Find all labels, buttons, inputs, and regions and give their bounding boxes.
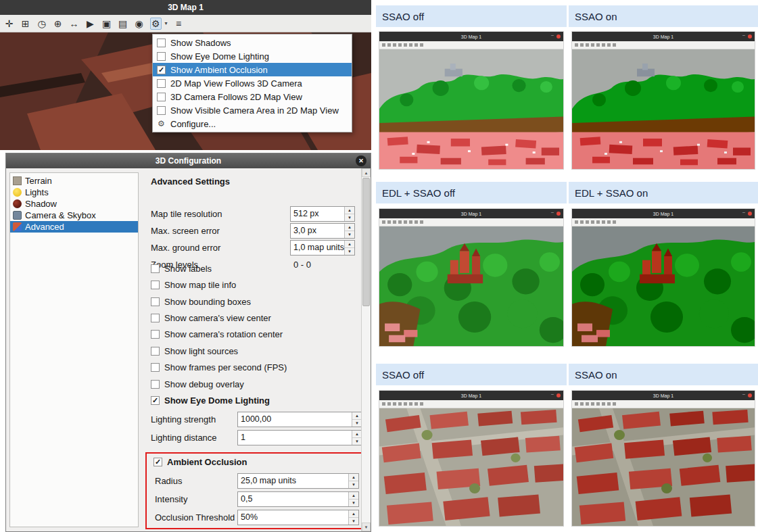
checkbox-checked[interactable] bbox=[153, 458, 162, 466]
menu-item-show-eye-dome-lighting[interactable]: Show Eye Dome Lighting bbox=[153, 49, 352, 63]
map-window-titlebar[interactable]: 3D Map 1 bbox=[0, 0, 371, 15]
group-title: Show Eye Dome Lighting bbox=[164, 395, 270, 406]
comparison-header-edl-ssao-on: EDL + SSAO on bbox=[569, 182, 758, 203]
spin-value[interactable]: 512 px bbox=[291, 207, 344, 221]
checkbox-ambient-occlusion[interactable]: Ambient Occlusion bbox=[153, 456, 247, 468]
checkbox-checked[interactable] bbox=[157, 66, 166, 74]
spin-up-icon[interactable]: ▲ bbox=[349, 474, 358, 481]
spin-up-icon[interactable]: ▲ bbox=[349, 510, 358, 518]
checkbox-unchecked[interactable] bbox=[157, 39, 166, 47]
scene-render-classified bbox=[572, 49, 755, 169]
sidebar-item-advanced[interactable]: Advanced bbox=[10, 221, 138, 233]
options-wrench-icon[interactable]: ⚙ bbox=[150, 18, 162, 30]
spin-value[interactable]: 1000,00 bbox=[238, 412, 352, 427]
pan-icon[interactable]: ✛ bbox=[4, 18, 14, 29]
measure-line-icon[interactable]: ↔ bbox=[69, 18, 79, 29]
checkbox[interactable] bbox=[151, 380, 160, 389]
scrollbar-thumb[interactable] bbox=[362, 178, 370, 306]
checkbox[interactable] bbox=[151, 314, 160, 322]
mini-window-toolbar bbox=[379, 218, 563, 226]
spin-value[interactable]: 0,5 bbox=[238, 492, 348, 506]
sidebar-item-lights[interactable]: Lights bbox=[10, 187, 138, 198]
spin-buttons: ▲▼ bbox=[348, 474, 358, 488]
ao-intensity-spinbox[interactable]: 0,5 ▲▼ bbox=[237, 491, 359, 507]
close-icon[interactable]: ✕ bbox=[356, 155, 366, 166]
spin-down-icon[interactable]: ▼ bbox=[345, 248, 354, 255]
spin-up-icon[interactable]: ▲ bbox=[349, 492, 358, 500]
spin-down-icon[interactable]: ▼ bbox=[349, 500, 358, 506]
spin-down-icon[interactable]: ▼ bbox=[352, 438, 362, 445]
checkbox[interactable] bbox=[151, 297, 160, 306]
menu-item-show-visible-camera-area[interactable]: Show Visible Camera Area in 2D Map View bbox=[153, 103, 352, 117]
spin-value[interactable]: 1,0 map units bbox=[291, 241, 344, 255]
checkbox-unchecked[interactable] bbox=[157, 93, 166, 101]
spin-value[interactable]: 25,0 map units bbox=[238, 474, 348, 488]
spin-down-icon[interactable]: ▼ bbox=[349, 518, 358, 525]
dialog-scrollbar[interactable]: ▲ ▼ bbox=[361, 168, 371, 531]
sidebar-item-camera-skybox[interactable]: Camera & Skybox bbox=[10, 210, 138, 221]
spin-value[interactable]: 50% bbox=[238, 510, 348, 525]
checkbox-show-labels[interactable]: Show labels bbox=[151, 262, 212, 274]
checkbox[interactable] bbox=[151, 281, 160, 289]
spin-up-icon[interactable]: ▲ bbox=[345, 207, 354, 214]
menu-item-show-shadows[interactable]: Show Shadows bbox=[153, 36, 352, 49]
lighting-distance-spinbox[interactable]: 1 ▲▼ bbox=[237, 430, 362, 445]
ao-occlusion-threshold-spinbox[interactable]: 50% ▲▼ bbox=[237, 510, 359, 525]
sidebar-item-terrain[interactable]: Terrain bbox=[10, 175, 138, 187]
scroll-up-icon[interactable]: ▲ bbox=[362, 168, 371, 177]
effects-eye-icon[interactable]: ◉ bbox=[134, 18, 144, 29]
checkbox-label: Show camera's view center bbox=[164, 313, 271, 323]
spin-up-icon[interactable]: ▲ bbox=[345, 241, 354, 248]
checkbox[interactable] bbox=[151, 330, 160, 339]
spin-value[interactable]: 3,0 px bbox=[291, 224, 344, 238]
max-ground-error-spinbox[interactable]: 1,0 map units ▲▼ bbox=[290, 240, 355, 256]
max-screen-error-spinbox[interactable]: 3,0 px ▲▼ bbox=[290, 223, 355, 239]
spin-up-icon[interactable]: ▲ bbox=[345, 224, 354, 231]
checkbox-show-camera-view-center[interactable]: Show camera's view center bbox=[151, 312, 271, 324]
mini-3d-map-window: 3D Map 1 bbox=[571, 390, 755, 527]
checkbox[interactable] bbox=[151, 347, 160, 356]
camera-move-icon[interactable]: ⊞ bbox=[20, 18, 30, 29]
checkbox-show-map-tile-info[interactable]: Show map tile info bbox=[151, 279, 236, 291]
checkbox-unchecked[interactable] bbox=[157, 52, 166, 61]
checkbox-unchecked[interactable] bbox=[157, 106, 166, 115]
spin-value[interactable]: 1 bbox=[238, 431, 352, 445]
save-scene-icon[interactable]: ▣ bbox=[101, 18, 112, 29]
checkbox-show-fps[interactable]: Show frames per second (FPS) bbox=[151, 361, 287, 373]
spin-up-icon[interactable]: ▲ bbox=[352, 412, 362, 420]
spin-down-icon[interactable]: ▼ bbox=[352, 420, 362, 427]
menu-item-show-ambient-occlusion[interactable]: Show Ambient Occlusion bbox=[153, 63, 352, 76]
menu-item-3d-follows-2d[interactable]: 3D Camera Follows 2D Map View bbox=[153, 90, 352, 103]
spin-down-icon[interactable]: ▼ bbox=[345, 214, 354, 221]
checkbox-show-light-sources[interactable]: Show light sources bbox=[151, 345, 238, 357]
dialog-titlebar[interactable]: 3D Configuration ✕ bbox=[6, 153, 371, 168]
play-animation-icon[interactable]: ▶ bbox=[85, 18, 95, 29]
checkbox[interactable] bbox=[151, 363, 160, 372]
checkbox[interactable] bbox=[151, 264, 160, 273]
checkbox-show-bounding-boxes[interactable]: Show bounding boxes bbox=[151, 295, 251, 308]
comparison-image-cell: 3D Map 1 bbox=[569, 30, 758, 175]
comparison-header-ssao-off-2: SSAO off bbox=[376, 364, 567, 385]
ao-radius-spinbox[interactable]: 25,0 map units ▲▼ bbox=[237, 473, 359, 489]
lighting-strength-spinbox[interactable]: 1000,00 ▲▼ bbox=[237, 412, 362, 427]
checkbox-unchecked[interactable] bbox=[157, 79, 166, 88]
spin-down-icon[interactable]: ▼ bbox=[345, 231, 354, 238]
checkbox-show-camera-rotation-center[interactable]: Show camera's rotation center bbox=[151, 328, 283, 340]
mini-3d-map-window: 3D Map 1 bbox=[571, 31, 755, 170]
checkbox-show-eye-dome-lighting[interactable]: Show Eye Dome Lighting bbox=[151, 394, 270, 406]
animation-icon[interactable]: ◷ bbox=[37, 18, 47, 29]
legend-icon[interactable]: ≡ bbox=[174, 18, 184, 29]
spin-up-icon[interactable]: ▲ bbox=[352, 431, 362, 438]
menu-item-label: Show Eye Dome Lighting bbox=[170, 51, 269, 62]
scroll-down-icon[interactable]: ▼ bbox=[362, 523, 371, 531]
spin-down-icon[interactable]: ▼ bbox=[349, 481, 358, 488]
checkbox-checked[interactable] bbox=[151, 396, 160, 405]
comparison-header-ssao-on-1: SSAO on bbox=[569, 5, 758, 27]
map-tile-resolution-spinbox[interactable]: 512 px ▲▼ bbox=[290, 206, 355, 222]
sidebar-item-shadow[interactable]: Shadow bbox=[10, 198, 138, 210]
zoom-icon[interactable]: ⊕ bbox=[53, 18, 63, 29]
checkbox-show-debug-overlay[interactable]: Show debug overlay bbox=[151, 378, 244, 390]
export-scene-icon[interactable]: ▤ bbox=[118, 18, 128, 29]
menu-item-configure[interactable]: ⚙ Configure... bbox=[153, 117, 352, 130]
menu-item-2d-follows-3d[interactable]: 2D Map View Follows 3D Camera bbox=[153, 76, 352, 90]
